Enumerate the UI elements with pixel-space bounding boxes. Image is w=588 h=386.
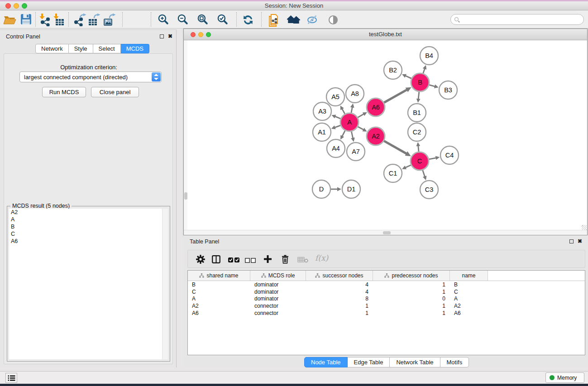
table-row[interactable]: A6connector11A6 <box>188 310 585 317</box>
graph-edge-B-B2[interactable] <box>405 76 411 78</box>
table-cell[interactable]: 4 <box>306 289 373 295</box>
import-table-icon[interactable] <box>52 13 64 27</box>
save-session-icon[interactable] <box>20 13 32 27</box>
table-cell[interactable]: 4 <box>306 281 373 288</box>
graph-edge-A-A8[interactable] <box>351 107 352 113</box>
import-network-icon[interactable] <box>38 13 50 27</box>
graph-edge-A-A4[interactable] <box>342 131 345 137</box>
graph-edge-A-A3[interactable] <box>335 116 341 119</box>
graph-edge-B-B4[interactable] <box>423 68 425 73</box>
table-cell[interactable]: 8 <box>306 295 373 302</box>
graph-edge-A-A2[interactable] <box>358 127 364 130</box>
close-panel-icon[interactable]: ✖ <box>168 34 172 38</box>
hide-details-icon[interactable] <box>306 14 318 28</box>
close-window-button[interactable] <box>191 32 196 37</box>
table-cell[interactable]: A <box>450 295 488 302</box>
table-cell[interactable]: 1 <box>373 289 450 295</box>
scrollbar-thumb[interactable] <box>383 231 391 234</box>
run-mcds-button[interactable]: Run MCDS <box>42 87 86 97</box>
zoom-in-icon[interactable] <box>157 13 169 27</box>
graph-edge-A6-B[interactable] <box>384 90 407 103</box>
column-header-mcds-role[interactable]: MCDS role <box>250 271 306 281</box>
function-builder-icon[interactable]: f(x) <box>315 253 328 262</box>
close-window-button[interactable] <box>5 3 11 9</box>
open-session-icon[interactable] <box>3 13 16 27</box>
zoom-out-icon[interactable] <box>177 13 189 27</box>
criterion-select[interactable]: largest connected component (directed) <box>19 71 162 82</box>
table-cell[interactable]: A <box>188 295 250 302</box>
copy-networks-icon[interactable] <box>268 13 281 27</box>
tab-motifs[interactable]: Motifs <box>440 357 469 367</box>
show-column-panel-icon[interactable] <box>212 255 220 265</box>
refresh-icon[interactable] <box>242 14 254 28</box>
tab-network-table[interactable]: Network Table <box>390 357 440 367</box>
delete-table-icon[interactable] <box>297 257 308 265</box>
table-row[interactable]: Bdominator41B <box>188 281 585 288</box>
table-cell[interactable]: C <box>188 289 250 295</box>
table-cell[interactable]: connector <box>250 303 306 309</box>
graph-edge-C-C1[interactable] <box>405 165 411 168</box>
column-header-successor-nodes[interactable]: successor nodes <box>306 271 373 281</box>
float-panel-icon[interactable] <box>160 34 164 38</box>
table-cell[interactable]: dominator <box>250 281 306 288</box>
minimize-window-button[interactable] <box>14 3 19 9</box>
table-cell[interactable]: C <box>450 289 488 295</box>
graph-edge-B-B3[interactable] <box>429 85 435 87</box>
show-panels-list-button[interactable] <box>5 373 17 383</box>
graph-edge-A-A5[interactable] <box>342 109 345 114</box>
result-item[interactable]: A <box>9 216 168 223</box>
horizontal-scrollbar[interactable] <box>184 230 587 234</box>
table-options-gear-icon[interactable] <box>196 255 205 266</box>
table-cell[interactable]: A6 <box>450 310 488 316</box>
export-network-icon[interactable] <box>74 13 86 27</box>
result-item[interactable]: C <box>9 230 168 238</box>
show-details-icon[interactable] <box>327 14 339 28</box>
table-cell[interactable]: A2 <box>450 303 488 309</box>
result-item[interactable]: B <box>9 223 168 230</box>
scrollbar[interactable] <box>162 209 168 359</box>
result-item[interactable]: A6 <box>9 238 168 245</box>
table-row[interactable]: Cdominator41C <box>188 288 585 295</box>
search-input[interactable] <box>461 15 581 24</box>
table-cell[interactable]: 1 <box>306 303 373 309</box>
network-window-titlebar[interactable]: testGlobe.txt <box>184 29 587 40</box>
table-cell[interactable]: 1 <box>306 310 373 316</box>
table-cell[interactable]: A6 <box>188 310 250 316</box>
maximize-window-button[interactable] <box>206 32 211 37</box>
home-icon[interactable] <box>287 14 301 28</box>
mcds-result-list[interactable]: A2ABCA6 <box>9 209 168 359</box>
close-panel-button[interactable]: Close panel <box>91 87 139 97</box>
table-cell[interactable]: 1 <box>373 303 450 309</box>
zoom-fit-icon[interactable] <box>196 13 209 27</box>
column-header-shared-name[interactable]: shared name <box>188 271 250 281</box>
export-table-icon[interactable] <box>88 13 100 27</box>
table-cell[interactable]: B <box>450 281 488 288</box>
tab-network[interactable]: Network <box>35 44 69 53</box>
column-header-name[interactable]: name <box>450 271 488 281</box>
table-row[interactable]: A2connector11A2 <box>188 302 585 310</box>
create-column-icon[interactable] <box>264 255 272 265</box>
graph-edge-C-C4[interactable] <box>429 158 436 159</box>
table-cell[interactable]: 0 <box>373 295 450 302</box>
delete-column-icon[interactable] <box>282 255 289 266</box>
graph-edge-A2-C[interactable] <box>384 141 406 153</box>
table-cell[interactable]: dominator <box>250 289 306 295</box>
resize-grip[interactable] <box>582 225 587 230</box>
zoom-selected-icon[interactable] <box>216 13 229 27</box>
table-row[interactable]: Adominator80A <box>188 295 585 302</box>
table-cell[interactable]: 1 <box>373 281 450 288</box>
graph-edge-A-A6[interactable] <box>358 114 364 118</box>
tab-mcds[interactable]: MCDS <box>121 44 149 53</box>
unselect-all-columns-icon[interactable] <box>245 257 256 265</box>
memory-button[interactable]: Memory <box>545 372 584 383</box>
graph-edge-C-C2[interactable] <box>418 146 419 152</box>
table-cell[interactable]: connector <box>250 310 306 316</box>
tab-style[interactable]: Style <box>69 44 93 53</box>
graph-edge-B-B1[interactable] <box>418 92 419 99</box>
scrollbar-thumb[interactable] <box>184 192 187 200</box>
minimize-window-button[interactable] <box>198 32 203 37</box>
graph-edge-C-C3[interactable] <box>423 170 425 177</box>
result-item[interactable]: A2 <box>9 209 168 216</box>
tab-edge-table[interactable]: Edge Table <box>348 357 390 367</box>
graph-edge-A-A7[interactable] <box>351 132 353 138</box>
